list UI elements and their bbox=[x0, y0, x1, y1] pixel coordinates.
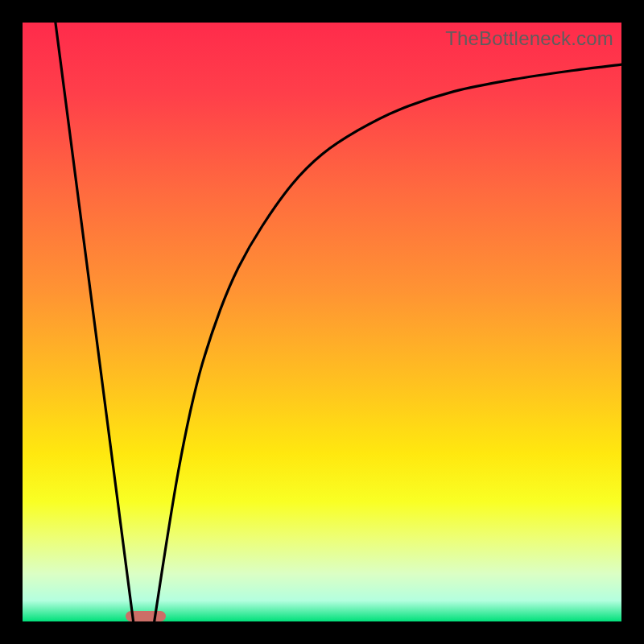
right-curve-path bbox=[155, 64, 621, 621]
curve-overlay bbox=[23, 23, 621, 621]
chart-frame: TheBottleneck.com bbox=[0, 0, 644, 644]
plot-area: TheBottleneck.com bbox=[23, 23, 621, 621]
left-line-path bbox=[56, 23, 134, 621]
